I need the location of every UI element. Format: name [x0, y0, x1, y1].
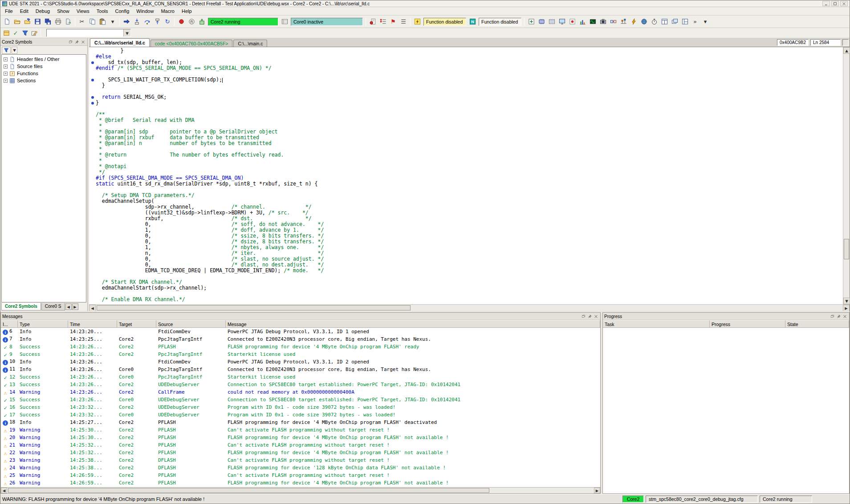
progress-column-header[interactable]: State — [785, 320, 849, 327]
code-line[interactable]: * — [96, 158, 843, 164]
expand-icon[interactable]: + — [4, 65, 8, 69]
open-file-button[interactable] — [12, 17, 22, 27]
gutter-line[interactable] — [89, 89, 96, 94]
tree-item[interactable]: +Source files — [2, 63, 86, 70]
gutter-line[interactable] — [89, 100, 96, 106]
code-line[interactable]: * @return The number of bytes effectivel… — [96, 152, 843, 158]
gutter-line[interactable] — [89, 48, 96, 54]
grid-doc-button[interactable] — [547, 17, 557, 27]
code-line[interactable]: EDMA_TCD_MODE_DREQ | EDMA_TCD_MODE_INT_E… — [96, 268, 843, 274]
message-row[interactable]: ✓9Success14:23:26...Core2PpcJtagTargIntf… — [1, 351, 600, 358]
gutter-line[interactable] — [89, 164, 96, 169]
expand-icon[interactable]: + — [4, 79, 8, 83]
code-line[interactable]: /* Enable DMA RX channel.*/ — [96, 297, 843, 302]
cut-button[interactable]: ✂ — [77, 17, 87, 27]
progress-column-header[interactable]: Progress — [710, 320, 785, 327]
code-line[interactable] — [96, 291, 843, 297]
message-row[interactable]: ⚠14Warning14:23:26...Core2CallFramecould… — [1, 388, 600, 396]
code-line[interactable]: * @notapi — [96, 164, 843, 169]
panel-close-button[interactable] — [80, 39, 86, 45]
open-workspace-button[interactable] — [22, 17, 32, 27]
dropdown-button[interactable]: ▾ — [700, 17, 710, 27]
editor-vscrollbar[interactable]: ▴ ▾ — [843, 47, 850, 304]
chart-button[interactable] — [578, 17, 587, 27]
gutter-line[interactable] — [89, 83, 96, 89]
editor-hscrollbar[interactable]: ◂ ▸ — [89, 304, 850, 311]
messages-hscroll-track[interactable] — [7, 488, 594, 493]
tree-item[interactable]: +Header files / Other — [2, 56, 86, 63]
gutter-line[interactable] — [89, 175, 96, 181]
run-button[interactable] — [122, 17, 131, 27]
code-line[interactable]: return SERIAL_MSG_OK; — [96, 94, 843, 100]
scroll-left-button[interactable]: ◂ — [89, 305, 96, 311]
menu-show[interactable]: Show — [53, 8, 73, 15]
gutter-line[interactable] — [89, 291, 96, 297]
symbol-filter-combo[interactable]: ▾ — [46, 29, 131, 37]
gutter-line[interactable] — [89, 169, 96, 175]
menu-debug[interactable]: Debug — [32, 8, 53, 15]
messages-hscroll-thumb[interactable] — [8, 488, 489, 493]
code-line[interactable]: * @param[in] n number of bytes to be tra… — [96, 141, 843, 146]
globe-button[interactable] — [639, 17, 649, 27]
messages-column-header[interactable]: Source — [156, 320, 226, 327]
gutter-line[interactable] — [89, 262, 96, 268]
messages-close-button[interactable] — [593, 314, 599, 319]
code-line[interactable]: #else — [96, 54, 843, 60]
close-button[interactable] — [840, 1, 848, 6]
message-row[interactable]: ✓12Success14:23:26...Core0PpcJtagTargInt… — [1, 373, 600, 381]
symbols-tab[interactable]: Core2 Symbols — [1, 303, 41, 310]
editor-tab[interactable]: C:\...\main.c — [233, 40, 267, 47]
message-row[interactable]: ⚠22Warning14:25:32...Core2PFLASHFLASH pr… — [1, 449, 600, 456]
gutter-line[interactable] — [89, 285, 96, 291]
menu-tools[interactable]: Tools — [93, 8, 112, 15]
gutter-line[interactable] — [89, 222, 96, 227]
code-line[interactable] — [96, 106, 843, 112]
scroll-down-button[interactable]: ▾ — [843, 298, 850, 304]
gutter-line[interactable] — [89, 77, 96, 83]
hscroll-track[interactable] — [96, 305, 843, 311]
messages-scroll-right-button[interactable]: ▸ — [594, 488, 600, 493]
message-row[interactable]: ✓15Success14:23:26...Core0UDEDebugServer… — [1, 396, 600, 403]
message-row[interactable]: ⚠19Warning14:25:30...Core2PFLASHCan't ac… — [1, 426, 600, 434]
message-row[interactable]: ⚠25Warning14:26:59...Core2PFLASHCan't ac… — [1, 472, 600, 479]
print-button[interactable] — [53, 17, 63, 27]
nexus-button[interactable]: N — [468, 17, 477, 27]
layout-button[interactable] — [680, 17, 690, 27]
minimize-button[interactable] — [822, 1, 830, 6]
symbol-filter-input[interactable] — [47, 29, 123, 36]
messages-column-header[interactable]: Target — [117, 320, 156, 327]
code-line[interactable]: edmaChannelStart(sdp->rx_channel); — [96, 285, 843, 291]
message-row[interactable]: i6Info14:23:20...FtdiCommDevPowerPC JTAG… — [1, 328, 600, 335]
gutter-line[interactable] — [89, 141, 96, 146]
check-config-button[interactable]: ✓ — [11, 28, 20, 37]
code-line[interactable]: /* Setup DMA TCD parameters.*/ — [96, 193, 843, 198]
code-line[interactable]: SPC5_LIN_WAIT_FOR_TX_COMPLETION(sdp); — [96, 77, 843, 83]
code-line[interactable]: } — [96, 100, 843, 106]
gutter-line[interactable] — [89, 135, 96, 141]
hscroll-thumb[interactable] — [97, 305, 411, 310]
gutter-line[interactable] — [89, 94, 96, 100]
gutter-line[interactable] — [89, 60, 96, 65]
menu-edit[interactable]: Edit — [16, 8, 32, 15]
step-back-button[interactable]: ↻ — [163, 17, 172, 27]
code-line[interactable] — [96, 274, 843, 279]
add-watch-button[interactable] — [526, 17, 536, 27]
gutter-line[interactable] — [89, 146, 96, 152]
step-over-button[interactable] — [142, 17, 152, 27]
reset-button[interactable]: R — [187, 17, 196, 27]
gutter-line[interactable] — [89, 250, 96, 256]
symbols-tab[interactable]: Core0 S — [41, 303, 65, 310]
code-line[interactable]: static uint16_t sd_rx_dma(SerialDriver *… — [96, 181, 843, 187]
filter-dropdown-button[interactable]: ▾ — [12, 47, 17, 54]
message-row[interactable]: ✓8Success14:23:26...Core2PFLASHFLASH pro… — [1, 343, 600, 351]
code-line[interactable]: } — [96, 48, 843, 54]
code-line[interactable] — [96, 89, 843, 94]
gutter-line[interactable] — [89, 256, 96, 262]
messages-column-header[interactable]: Time — [68, 320, 117, 327]
gutter-line[interactable] — [89, 71, 96, 77]
gutter-line[interactable] — [89, 268, 96, 274]
record-button[interactable] — [176, 17, 186, 27]
message-row[interactable]: ✓17Success14:23:32...Core0UDEDebugServer… — [1, 411, 600, 419]
tabs-scroll-right-button[interactable]: ▸ — [72, 303, 78, 310]
message-row[interactable]: ✓16Success14:23:32...Core2UDEDebugServer… — [1, 403, 600, 411]
